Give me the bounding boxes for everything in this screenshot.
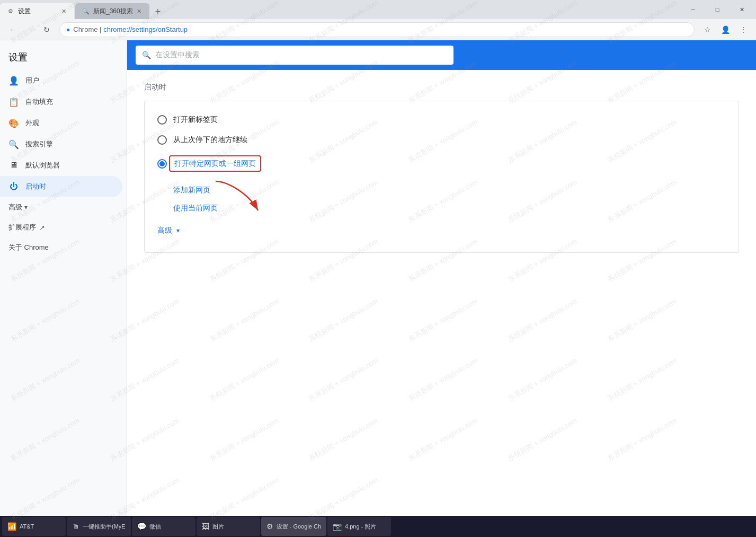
address-chrome-label: Chrome [73,25,97,33]
forward-button[interactable]: → [21,21,38,38]
sidebar-title: 设置 [0,40,127,70]
new-tab-button[interactable]: + [150,4,165,19]
option-new-tab-label: 打开新标签页 [173,115,218,125]
search-engine-icon: 🔍 [8,139,19,149]
settings-header: 🔍 在设置中搜索 [127,40,756,70]
bookmark-button[interactable]: ☆ [699,21,716,38]
about-label: 关于 Chrome [8,243,49,251]
extensions-label: 扩展程序 [8,223,36,232]
browser-window: ⚙ 设置 ✕ 🔍 新闻_360搜索 ✕ + ─ □ ✕ ← → ↻ ● C [0,0,756,537]
taskbar-chrome-settings[interactable]: ⚙ 设置 - Google Ch [261,517,326,536]
section-title: 启动时 [144,83,739,92]
option-specific-label: 打开特定网页或一组网页 [174,159,256,168]
option-specific[interactable]: 打开特定网页或一组网页 [157,150,726,177]
nav-right-buttons: ☆ 👤 ⋮ [699,21,752,38]
use-current-link[interactable]: 使用当前网页 [173,199,726,217]
sidebar-startup-label: 启动时 [25,182,114,191]
address-bar[interactable]: ● Chrome | chrome://settings/onStartup [59,22,695,37]
tab-settings-label: 设置 [18,7,59,16]
sidebar-appearance-label: 外观 [25,118,114,128]
navbar: ← → ↻ ● Chrome | chrome://settings/onSta… [0,19,756,40]
radio-selected-dot [159,161,165,166]
radio-specific[interactable] [157,159,167,169]
sidebar: 设置 👤 用户 📋 自动填充 🎨 外观 🔍 搜索引擎 🖥 默认浏览器 [0,40,127,516]
tab-news360-label: 新闻_360搜索 [93,7,135,16]
option-continue-label: 从上次停下的地方继续 [173,135,247,145]
startup-options-card: 打开新标签页 从上次停下的地方继续 打开特定网页或一组网页 [144,101,739,253]
users-icon: 👤 [8,75,19,86]
tab-settings[interactable]: ⚙ 设置 ✕ [0,3,74,19]
sidebar-item-search[interactable]: 🔍 搜索引擎 [0,134,122,155]
tab-news360[interactable]: 🔍 新闻_360搜索 ✕ [75,3,149,19]
news360-tab-icon: 🔍 [82,7,90,15]
refresh-button[interactable]: ↻ [38,21,55,38]
browser-content: 设置 👤 用户 📋 自动填充 🎨 外观 🔍 搜索引擎 🖥 默认浏览器 [0,40,756,516]
radio-continue[interactable] [157,135,167,145]
default-browser-icon: 🖥 [8,160,19,171]
startup-icon: ⏻ [8,181,19,192]
advanced-row[interactable]: 高级 ▾ [157,217,726,244]
content-area: 🔍 在设置中搜索 启动时 打开新标签页 从上次停下的地方继续 [127,40,756,516]
wechat-icon: 💬 [137,522,146,531]
add-page-link[interactable]: 添加新网页 [173,181,726,199]
address-path-label: chrome://settings/onStartup [103,25,188,33]
sidebar-extensions[interactable]: 扩展程序 ↗ [0,217,127,237]
settings-content: 启动时 打开新标签页 从上次停下的地方继续 [127,70,756,274]
chrome-settings-icon: ⚙ [266,522,273,531]
taskbar-att-label: AT&T [20,523,34,530]
att-icon: 📶 [7,522,16,531]
titlebar: ⚙ 设置 ✕ 🔍 新闻_360搜索 ✕ + ─ □ ✕ [0,0,756,19]
minimize-button[interactable]: ─ [681,0,705,19]
external-link-icon: ↗ [39,224,45,232]
search-icon: 🔍 [142,51,151,59]
back-button[interactable]: ← [4,21,21,38]
advanced-dropdown-icon: ▾ [176,227,180,234]
radio-new-tab[interactable] [157,115,167,125]
sidebar-about[interactable]: 关于 Chrome [0,237,127,258]
app-photo-icon: 📷 [333,522,342,531]
tab-settings-close[interactable]: ✕ [59,7,68,15]
selected-option-box: 打开特定网页或一组网页 [169,155,261,172]
sidebar-users-label: 用户 [25,76,114,85]
taskbar-photos-label: 图片 [212,523,224,531]
advanced-row-label: 高级 [157,226,172,235]
close-button[interactable]: ✕ [730,0,754,19]
advanced-label: 高级 [8,203,22,212]
taskbar-att[interactable]: 📶 AT&T [2,517,66,536]
taskbar-chrome-settings-label: 设置 - Google Ch [277,523,321,531]
taskbar-myevent[interactable]: 🖱 一键推助手(MyE [67,517,131,536]
taskbar: 📶 AT&T 🖱 一键推助手(MyE 💬 微信 🖼 图片 ⚙ 设置 - Goog… [0,516,756,537]
taskbar-photos[interactable]: 🖼 图片 [197,517,260,536]
chevron-down-icon: ▾ [24,204,28,211]
sidebar-autofill-label: 自动填充 [25,97,114,107]
option-new-tab[interactable]: 打开新标签页 [157,110,726,130]
myevent-icon: 🖱 [72,522,79,531]
taskbar-app-photo[interactable]: 📷 4.png - 照片 [327,517,391,536]
sidebar-search-label: 搜索引擎 [25,139,114,149]
search-placeholder: 在设置中搜索 [155,50,200,60]
tabs-area: ⚙ 设置 ✕ 🔍 新闻_360搜索 ✕ + [0,0,681,19]
maximize-button[interactable]: □ [705,0,730,19]
photos-icon: 🖼 [202,522,209,531]
appearance-icon: 🎨 [8,118,19,128]
taskbar-myevent-label: 一键推助手(MyE [83,523,126,531]
sidebar-item-browser[interactable]: 🖥 默认浏览器 [0,155,122,176]
sidebar-advanced[interactable]: 高级 ▾ [0,197,127,217]
sidebar-item-startup[interactable]: ⏻ 启动时 [0,176,122,197]
address-secure-icon: ● [66,26,70,33]
sidebar-item-autofill[interactable]: 📋 自动填充 [0,91,122,112]
settings-tab-icon: ⚙ [6,7,15,15]
taskbar-wechat-label: 微信 [149,523,161,531]
address-text: Chrome | chrome://settings/onStartup [73,25,688,33]
sub-options: 添加新网页 使用当前网页 [173,181,726,217]
sidebar-item-appearance[interactable]: 🎨 外观 [0,112,122,134]
taskbar-app-photo-label: 4.png - 照片 [345,523,376,531]
profile-button[interactable]: 👤 [717,21,734,38]
sidebar-item-users[interactable]: 👤 用户 [0,70,122,91]
tab-news360-close[interactable]: ✕ [135,7,143,15]
settings-search-box[interactable]: 🔍 在设置中搜索 [136,46,453,65]
option-continue[interactable]: 从上次停下的地方继续 [157,130,726,150]
menu-button[interactable]: ⋮ [735,21,752,38]
sidebar-browser-label: 默认浏览器 [25,161,114,170]
taskbar-wechat[interactable]: 💬 微信 [132,517,195,536]
